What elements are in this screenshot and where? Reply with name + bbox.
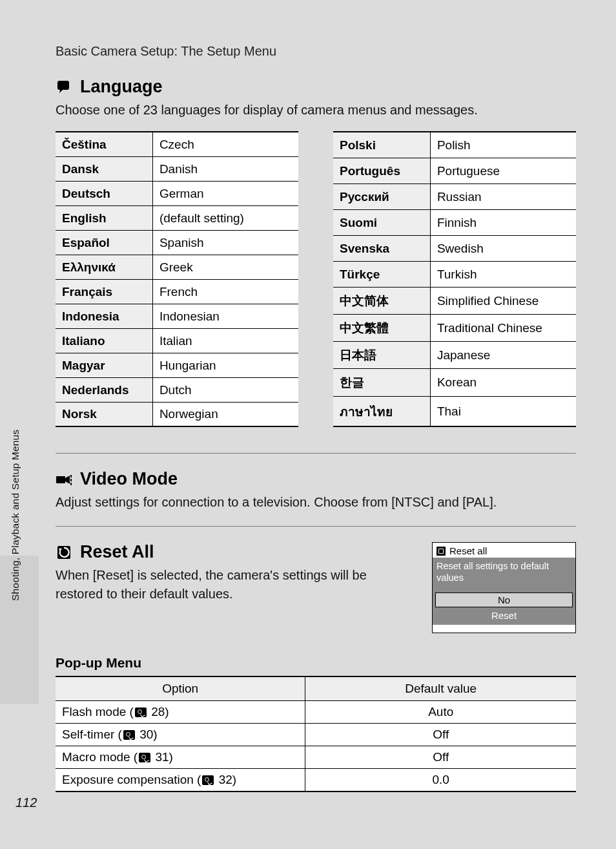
language-native: Dansk: [56, 156, 152, 181]
language-row: FrançaisFrench: [56, 279, 298, 304]
popup-default-value: Off: [305, 724, 576, 746]
language-row: IndonesiaIndonesian: [56, 304, 298, 328]
language-english: Indonesian: [152, 304, 298, 328]
language-native: 中文繁體: [333, 315, 430, 342]
resetall-description: When [Reset] is selected, the camera's s…: [56, 566, 413, 603]
language-table-left: ČeštinaCzechDanskDanishDeutschGermanEngl…: [56, 131, 298, 427]
language-row: 日本語Japanese: [333, 342, 576, 369]
language-description: Choose one of 23 languages for display o…: [56, 101, 576, 120]
lcd-title-text: Reset all: [449, 545, 487, 556]
lcd-message: Reset all settings to default values: [433, 558, 575, 592]
language-row: РусскийRussian: [333, 183, 576, 209]
language-native: Svenska: [333, 235, 430, 261]
language-english: Norwegian: [152, 402, 298, 426]
language-row: SuomiFinnish: [333, 209, 576, 235]
popup-row: Macro mode ( 31)Off: [56, 746, 576, 769]
language-row: EspañolSpanish: [56, 230, 298, 255]
page-reference-icon: [135, 708, 147, 717]
language-english: Finnish: [430, 209, 576, 235]
page-number: 112: [15, 795, 37, 810]
language-icon: [56, 79, 74, 95]
popup-option: Exposure compensation ( 32): [56, 769, 305, 792]
popup-row: Exposure compensation ( 32)0.0: [56, 769, 576, 792]
language-english: Thai: [430, 396, 576, 426]
language-row: MagyarHungarian: [56, 353, 298, 377]
language-table-right: PolskiPolishPortuguêsPortugueseРусскийRu…: [333, 131, 576, 427]
chapter-title: Basic Camera Setup: The Setup Menu: [39, 0, 577, 77]
language-native: 中文简体: [333, 287, 430, 314]
language-english: French: [152, 279, 298, 304]
language-row: 한글Korean: [333, 369, 576, 396]
language-english: Italian: [152, 328, 298, 353]
language-native: Español: [56, 230, 152, 255]
language-english: Russian: [430, 183, 576, 209]
language-row: ItalianoItalian: [56, 328, 298, 353]
language-native: Italiano: [56, 328, 152, 353]
svg-rect-1: [70, 475, 72, 477]
language-native: Português: [333, 158, 430, 183]
language-native: Français: [56, 279, 152, 304]
svg-rect-2: [70, 479, 72, 481]
language-english: Simplified Chinese: [430, 287, 576, 314]
language-english: (default setting): [152, 205, 298, 230]
language-native: 한글: [333, 369, 430, 396]
language-native: 日本語: [333, 342, 430, 369]
popup-row: Flash mode ( 28)Auto: [56, 701, 576, 724]
language-row: 中文繁體Traditional Chinese: [333, 315, 576, 342]
popup-header-value: Default value: [305, 676, 576, 701]
side-section-label: Shooting, Playback and Setup Menus: [10, 342, 21, 601]
popup-header-option: Option: [56, 676, 305, 701]
videomode-description: Adjust settings for connection to a tele…: [56, 493, 576, 512]
section-resetall-heading: Reset All: [56, 542, 413, 562]
section-divider: [56, 453, 576, 454]
popup-option: Flash mode ( 28): [56, 701, 305, 724]
section-resetall-title: Reset All: [80, 542, 154, 562]
language-row: NorskNorwegian: [56, 402, 298, 426]
popup-default-value: 0.0: [305, 769, 576, 792]
svg-rect-0: [56, 476, 65, 483]
language-native: Ελληνικά: [56, 255, 152, 279]
page-reference-icon: [202, 775, 214, 785]
language-row: DanskDanish: [56, 156, 298, 181]
language-english: Swedish: [430, 235, 576, 261]
language-english: Japanese: [430, 342, 576, 369]
language-english: German: [152, 181, 298, 205]
language-native: English: [56, 205, 152, 230]
popup-option: Macro mode ( 31): [56, 746, 305, 769]
language-row: TürkçeTurkish: [333, 261, 576, 287]
language-english: Polish: [430, 132, 576, 158]
language-english: Danish: [152, 156, 298, 181]
language-english: Korean: [430, 369, 576, 396]
lcd-footer: [433, 625, 575, 633]
language-english: Traditional Chinese: [430, 315, 576, 342]
popup-menu-table: Option Default value Flash mode ( 28)Aut…: [56, 676, 576, 792]
reset-lcd-preview: Reset all Reset all settings to default …: [432, 542, 576, 633]
section-language-heading: Language: [56, 77, 576, 97]
language-english: Portuguese: [430, 158, 576, 183]
popup-default-value: Off: [305, 746, 576, 769]
popup-option: Self-timer ( 30): [56, 724, 305, 746]
popup-row: Self-timer ( 30)Off: [56, 724, 576, 746]
lcd-option-reset: Reset: [436, 609, 571, 622]
page-reference-icon: [139, 753, 150, 762]
language-native: Polski: [333, 132, 430, 158]
language-native: Nederlands: [56, 377, 152, 402]
popup-menu-heading: Pop-up Menu: [56, 655, 576, 671]
svg-rect-3: [70, 483, 72, 485]
language-native: Norsk: [56, 402, 152, 426]
lcd-title-row: Reset all: [433, 543, 575, 558]
language-row: English(default setting): [56, 205, 298, 230]
language-row: PortuguêsPortuguese: [333, 158, 576, 183]
language-native: Deutsch: [56, 181, 152, 205]
page-reference-icon: [123, 730, 135, 740]
language-row: ČeštinaCzech: [56, 132, 298, 156]
section-language-title: Language: [80, 77, 163, 97]
section-videomode-title: Video Mode: [80, 469, 178, 489]
language-native: Türkçe: [333, 261, 430, 287]
language-english: Dutch: [152, 377, 298, 402]
section-divider: [56, 526, 576, 527]
language-native: Русский: [333, 183, 430, 209]
language-english: Greek: [152, 255, 298, 279]
language-tables: ČeštinaCzechDanskDanishDeutschGermanEngl…: [56, 131, 576, 427]
language-native: Magyar: [56, 353, 152, 377]
